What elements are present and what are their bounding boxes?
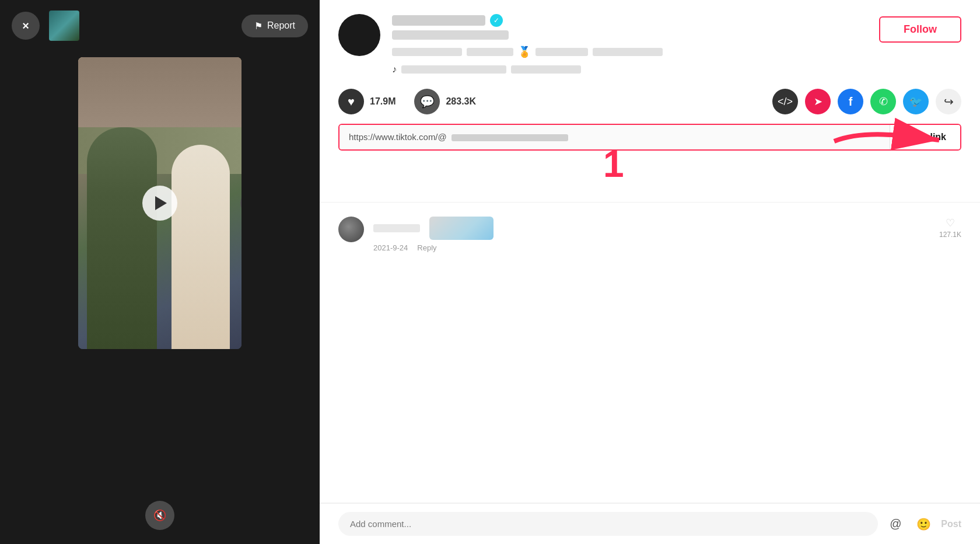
emoji-icon: 🏅 — [518, 46, 531, 58]
copy-link-button[interactable]: Copy link — [890, 125, 960, 149]
copy-link-box: https://www.tiktok.com/@ Copy link — [338, 124, 961, 151]
desc-blur-3 — [536, 48, 588, 56]
play-icon — [155, 196, 167, 210]
avatar — [338, 14, 380, 56]
comment-text-blur — [429, 217, 494, 240]
top-bar: × ⚑ Report — [0, 0, 320, 51]
comments-stat: 💬 283.3K — [414, 89, 476, 114]
send-icon: ➤ — [814, 95, 822, 108]
right-panel: ✓ 🏅 ♪ Follow ♥ 17.9M — [320, 0, 980, 544]
comment-text-row — [373, 217, 930, 240]
comment-meta: 2021-9-24 Reply — [373, 243, 930, 252]
link-url: https://www.tiktok.com/@ — [340, 125, 890, 149]
left-panel: × ⚑ Report ⌄ 🔇 — [0, 0, 320, 544]
facebook-icon: f — [849, 95, 853, 109]
music-icon: ♪ — [392, 64, 397, 75]
whatsapp-share-button[interactable]: ✆ — [870, 89, 896, 114]
flag-icon: ⚑ — [254, 20, 262, 32]
desc-blur-1 — [392, 48, 462, 56]
desc-blur-4 — [593, 48, 663, 56]
stats-share-row: ♥ 17.9M 💬 283.3K </> ➤ f ✆ 🐦 — [320, 84, 980, 119]
comment-content: 2021-9-24 Reply — [373, 217, 930, 252]
copy-link-section: https://www.tiktok.com/@ Copy link 1 — [320, 124, 980, 151]
follow-button[interactable]: Follow — [879, 16, 961, 43]
twitter-share-button[interactable]: 🐦 — [903, 89, 929, 114]
reply-link[interactable]: Reply — [417, 243, 436, 252]
heart-icon: ♥ — [338, 89, 364, 114]
comments-section: 2021-9-24 Reply ♡ 127.1K — [320, 203, 980, 503]
comment-date: 2021-9-24 — [373, 243, 408, 252]
verified-badge: ✓ — [490, 14, 503, 27]
facebook-share-button[interactable]: f — [838, 89, 863, 114]
comment-input[interactable] — [338, 512, 878, 536]
direct-share-button[interactable]: ➤ — [805, 89, 831, 114]
music-row: ♪ — [392, 64, 961, 75]
embed-icon: </> — [778, 96, 793, 108]
video-thumbnail — [49, 11, 79, 41]
desc-blur-2 — [467, 48, 513, 56]
comment-like-count: 127.1K — [939, 231, 961, 239]
link-url-text: https://www.tiktok.com/@ — [349, 132, 447, 142]
mute-button[interactable]: 🔇 — [145, 501, 174, 530]
share-more-icon: ↪ — [944, 95, 954, 109]
twitter-icon: 🐦 — [909, 95, 922, 108]
ceiling — [78, 57, 242, 127]
mute-icon: 🔇 — [153, 509, 166, 522]
profile-info: ✓ 🏅 ♪ — [392, 14, 961, 75]
at-mention-button[interactable]: @ — [885, 514, 906, 535]
music-blur — [401, 65, 506, 74]
comment-like[interactable]: ♡ 127.1K — [939, 217, 961, 239]
close-button[interactable]: × — [12, 12, 40, 40]
video-player[interactable]: ⌄ — [78, 57, 242, 349]
description-row: 🏅 — [392, 46, 961, 58]
likes-stat: ♥ 17.9M — [338, 89, 396, 114]
profile-section: ✓ 🏅 ♪ Follow — [320, 0, 980, 84]
post-button[interactable]: Post — [941, 519, 961, 529]
avatar-inner — [338, 217, 364, 242]
report-label: Report — [267, 20, 295, 31]
play-button[interactable] — [142, 186, 177, 221]
comment-heart-icon: ♡ — [946, 217, 955, 229]
report-button[interactable]: ⚑ Report — [242, 15, 308, 37]
comment-name-blur — [373, 224, 420, 232]
username-row: ✓ — [392, 14, 961, 27]
display-name-blur — [392, 30, 509, 40]
link-blur — [452, 134, 568, 141]
share-icons: </> ➤ f ✆ 🐦 ↪ — [772, 89, 961, 114]
bottom-controls: 🔇 — [145, 501, 174, 530]
add-comment-section: @ 🙂 Post — [320, 503, 980, 544]
comment-item: 2021-9-24 Reply ♡ 127.1K — [338, 212, 961, 257]
whatsapp-icon: ✆ — [879, 95, 888, 108]
embed-button[interactable]: </> — [772, 89, 798, 114]
username-blur — [392, 15, 485, 26]
emoji-picker-button[interactable]: 🙂 — [913, 514, 934, 535]
figure-right — [172, 145, 230, 349]
figure-left — [87, 127, 157, 349]
commenter-avatar — [338, 217, 364, 242]
music-blur-2 — [511, 65, 581, 74]
more-share-button[interactable]: ↪ — [936, 89, 961, 114]
comment-icon: 💬 — [414, 89, 440, 114]
comments-count: 283.3K — [446, 96, 476, 107]
likes-count: 17.9M — [370, 96, 396, 107]
